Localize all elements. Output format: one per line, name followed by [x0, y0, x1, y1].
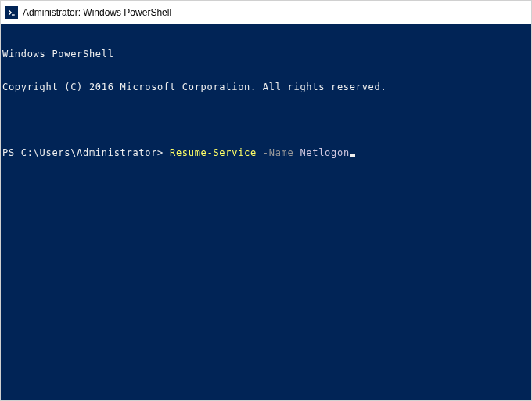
cursor-icon: [350, 154, 355, 157]
window-title: Administrator: Windows PowerShell: [23, 7, 171, 18]
powershell-icon: [5, 6, 18, 19]
terminal-header-line: Windows PowerShell: [2, 49, 530, 60]
terminal-blank-line: [2, 114, 530, 125]
terminal-pane[interactable]: Windows PowerShell Copyright (C) 2016 Mi…: [1, 24, 531, 400]
terminal-copyright-line: Copyright (C) 2016 Microsoft Corporation…: [2, 81, 530, 92]
terminal-prompt-line: PS C:\Users\Administrator> Resume-Servic…: [2, 147, 530, 158]
arg-text: Netlogon: [293, 147, 349, 158]
prompt-text: PS C:\Users\Administrator>: [2, 147, 170, 158]
flag-text: -Name: [257, 147, 294, 158]
cmdlet-text: Resume-Service: [170, 147, 257, 158]
powershell-window: Administrator: Windows PowerShell Window…: [0, 0, 532, 401]
titlebar[interactable]: Administrator: Windows PowerShell: [1, 1, 531, 24]
